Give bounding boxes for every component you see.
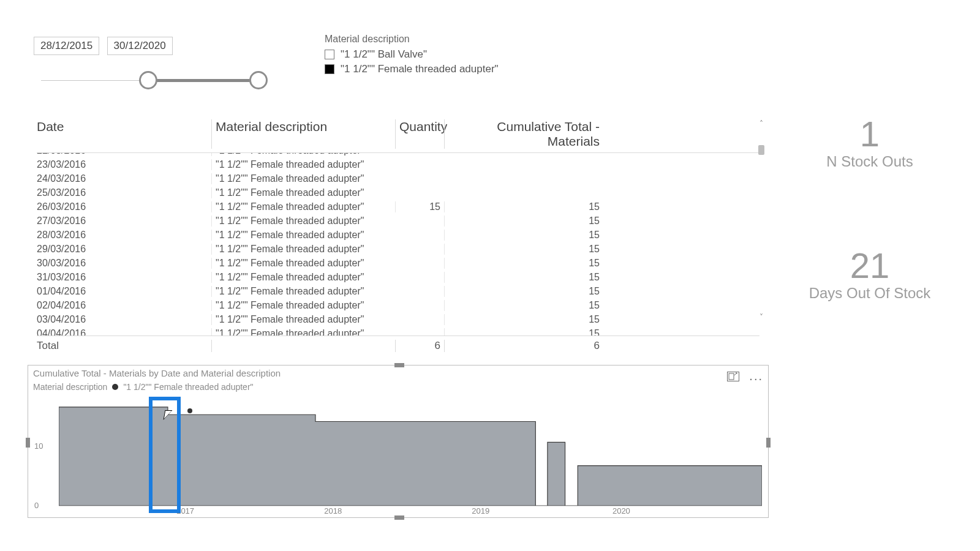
cell-material: "1 1/2"" Female threaded adupter" [211, 230, 395, 241]
date-end-input[interactable]: 30/12/2020 [107, 37, 173, 55]
svg-rect-1 [729, 373, 734, 380]
scroll-thumb[interactable] [758, 145, 764, 155]
cell-material: "1 1/2"" Female threaded adupter" [211, 314, 395, 325]
legend-series-label: "1 1/2"" Female threaded adupter" [123, 382, 253, 392]
table-row[interactable]: 30/03/2016"1 1/2"" Female threaded adupt… [37, 256, 760, 270]
table-row[interactable]: 26/03/2016"1 1/2"" Female threaded adupt… [37, 200, 760, 214]
cell-material: "1 1/2"" Female threaded adupter" [211, 258, 395, 269]
cell-date: 29/03/2016 [37, 244, 211, 255]
cumulative-chart-visual[interactable]: Cumulative Total - Materials by Date and… [28, 365, 769, 518]
date-range-slicer[interactable]: 28/12/2015 30/12/2020 [34, 37, 279, 91]
table-row[interactable]: 22/03/2016"1 1/2"" Female threaded adupt… [37, 152, 760, 157]
material-slicer-title: Material description [325, 34, 499, 45]
cell-cumulative: 15 [444, 272, 603, 283]
legend-title: Material description [33, 382, 107, 392]
table-scrollbar[interactable]: ˄ ˅ [757, 119, 766, 321]
table-body[interactable]: 22/03/2016"1 1/2"" Female threaded adupt… [37, 152, 760, 336]
cell-cumulative: 15 [444, 286, 603, 297]
cell-date: 27/03/2016 [37, 216, 211, 227]
cell-material: "1 1/2"" Female threaded adupter" [211, 286, 395, 297]
table-row[interactable]: 03/04/2016"1 1/2"" Female threaded adupt… [37, 312, 760, 326]
cell-cumulative: 15 [444, 300, 603, 311]
cell-date: 28/03/2016 [37, 230, 211, 241]
x-axis-tick-2017: 2017 [176, 506, 194, 515]
slicer-option-ball-valve[interactable]: "1 1/2"" Ball Valve" [325, 48, 499, 61]
kpi-stock-outs[interactable]: 1 N Stock Outs [796, 113, 943, 170]
scroll-up-icon[interactable]: ˄ [757, 119, 766, 128]
cell-cumulative: 15 [444, 258, 603, 269]
chart-title: Cumulative Total - Materials by Date and… [28, 365, 768, 380]
table-row[interactable]: 04/04/2016"1 1/2"" Female threaded adupt… [37, 326, 760, 336]
plot-area[interactable]: 2017 2018 2019 2020 [59, 402, 762, 506]
date-start-input[interactable]: 28/12/2015 [34, 37, 99, 55]
materials-table[interactable]: Date Material description Quantity Cumul… [37, 119, 760, 346]
y-axis-tick-10: 10 [34, 441, 43, 451]
area-series [59, 402, 762, 506]
cell-material: "1 1/2"" Female threaded adupter" [211, 272, 395, 283]
slicer-option-female-adapter[interactable]: "1 1/2"" Female threaded adupter" [325, 63, 499, 75]
checkbox-icon[interactable] [325, 50, 334, 59]
column-header-cumulative[interactable]: Cumulative Total - Materials [444, 119, 603, 149]
cell-material: "1 1/2"" Female threaded adupter" [211, 159, 395, 170]
resize-handle-bottom[interactable] [394, 515, 404, 520]
cell-date: 24/03/2016 [37, 173, 211, 184]
table-row[interactable]: 01/04/2016"1 1/2"" Female threaded adupt… [37, 284, 760, 298]
slider-handle-end[interactable] [249, 71, 268, 89]
cell-date: 31/03/2016 [37, 272, 211, 283]
slider-handle-start[interactable] [139, 71, 157, 89]
resize-handle-top[interactable] [394, 363, 404, 367]
legend-marker-icon [112, 384, 118, 390]
table-row[interactable]: 25/03/2016"1 1/2"" Female threaded adupt… [37, 186, 760, 200]
cell-cumulative: 15 [444, 328, 603, 337]
material-slicer[interactable]: Material description "1 1/2"" Ball Valve… [325, 34, 499, 78]
table-row[interactable]: 31/03/2016"1 1/2"" Female threaded adupt… [37, 270, 760, 284]
cell-cumulative: 15 [444, 244, 603, 255]
chart-legend[interactable]: Material description "1 1/2"" Female thr… [28, 380, 768, 394]
total-material [211, 340, 395, 352]
cell-cumulative: 15 [444, 201, 603, 212]
date-slider[interactable] [41, 72, 268, 91]
resize-handle-right[interactable] [766, 438, 771, 448]
x-axis-tick-2020: 2020 [612, 506, 630, 515]
cell-date: 23/03/2016 [37, 159, 211, 170]
checkbox-checked-icon[interactable] [325, 64, 334, 74]
table-row[interactable]: 29/03/2016"1 1/2"" Female threaded adupt… [37, 242, 760, 256]
table-row[interactable]: 23/03/2016"1 1/2"" Female threaded adupt… [37, 157, 760, 171]
x-axis-tick-2018: 2018 [324, 506, 342, 515]
cell-material: "1 1/2"" Female threaded adupter" [211, 328, 395, 337]
more-options-icon[interactable]: ··· [749, 372, 763, 386]
cell-material: "1 1/2"" Female threaded adupter" [211, 173, 395, 184]
scroll-down-icon[interactable]: ˅ [757, 313, 766, 321]
cell-cumulative: 15 [444, 230, 603, 241]
cell-date: 03/04/2016 [37, 314, 211, 325]
chart-plot[interactable]: 10 0 2017 2018 2019 2020 [34, 402, 762, 506]
kpi-value: 1 [796, 113, 943, 154]
table-row[interactable]: 27/03/2016"1 1/2"" Female threaded adupt… [37, 214, 760, 228]
cell-material: "1 1/2"" Female threaded adupter" [211, 201, 395, 212]
cell-material: "1 1/2"" Female threaded adupter" [211, 216, 395, 227]
resize-handle-left[interactable] [26, 438, 30, 448]
cell-quantity: 15 [395, 201, 444, 212]
column-header-date[interactable]: Date [37, 119, 211, 149]
table-total-row: Total 6 6 [37, 336, 760, 352]
cell-cumulative: 15 [444, 314, 603, 325]
table-row[interactable]: 28/03/2016"1 1/2"" Female threaded adupt… [37, 228, 760, 242]
y-axis-tick-0: 0 [34, 501, 39, 510]
kpi-days-out[interactable]: 21 Days Out Of Stock [790, 245, 949, 302]
column-header-material[interactable]: Material description [211, 119, 395, 149]
table-row[interactable]: 02/04/2016"1 1/2"" Female threaded adupt… [37, 298, 760, 312]
column-header-quantity[interactable]: Quantity [395, 119, 444, 149]
table-header-row: Date Material description Quantity Cumul… [37, 119, 760, 152]
cell-material: "1 1/2"" Female threaded adupter" [211, 244, 395, 255]
cell-cumulative: 15 [444, 216, 603, 227]
total-label: Total [37, 340, 211, 352]
slicer-option-label: "1 1/2"" Female threaded adupter" [341, 63, 499, 75]
kpi-label: N Stock Outs [796, 153, 943, 170]
cell-date: 04/04/2016 [37, 328, 211, 337]
total-quantity: 6 [395, 340, 444, 352]
x-axis-tick-2019: 2019 [472, 506, 489, 515]
focus-mode-icon[interactable] [727, 372, 739, 386]
visual-header-icons: ··· [727, 372, 763, 386]
table-row[interactable]: 24/03/2016"1 1/2"" Female threaded adupt… [37, 171, 760, 186]
kpi-value: 21 [790, 245, 949, 286]
